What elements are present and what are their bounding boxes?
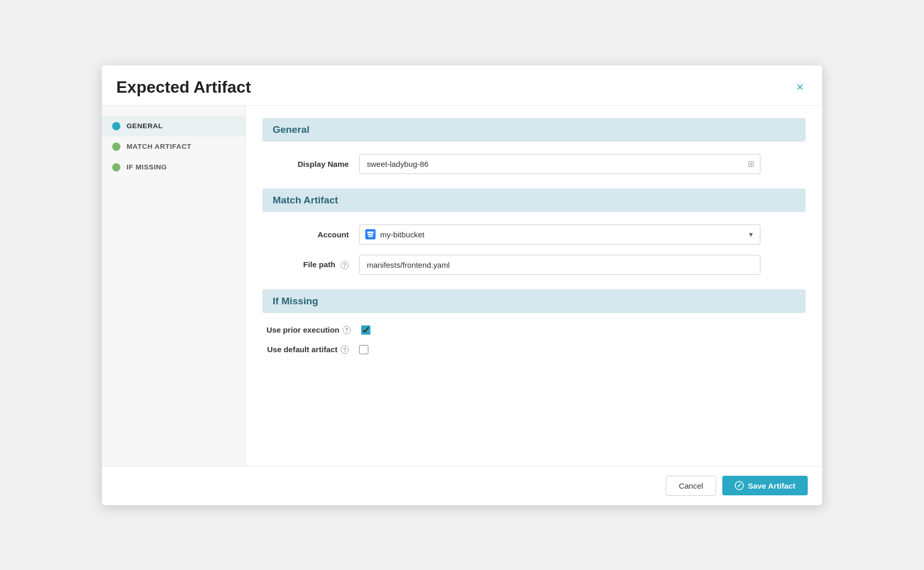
match-artifact-section-header: Match Artifact bbox=[262, 188, 806, 212]
general-section: General Display Name ⊞ bbox=[262, 118, 806, 174]
bitbucket-icon bbox=[365, 229, 376, 239]
if-missing-section-title: If Missing bbox=[273, 296, 318, 306]
match-artifact-section-title: Match Artifact bbox=[273, 195, 338, 205]
if-missing-section-header: If Missing bbox=[262, 289, 806, 313]
file-path-group: File path ? bbox=[262, 255, 806, 275]
sidebar-item-if-missing[interactable]: IF MISSING bbox=[102, 157, 245, 178]
display-name-input[interactable] bbox=[359, 154, 760, 174]
use-default-artifact-group: Use default artifact ? bbox=[262, 345, 806, 354]
general-dot bbox=[112, 122, 120, 130]
account-label: Account bbox=[266, 230, 349, 239]
modal-title: Expected Artifact bbox=[116, 78, 251, 97]
use-default-artifact-help-icon[interactable]: ? bbox=[341, 346, 349, 354]
save-check-icon: ✓ bbox=[735, 481, 744, 490]
file-path-label: File path ? bbox=[266, 260, 349, 269]
use-prior-execution-group: Use prior execution ? bbox=[262, 325, 806, 335]
save-artifact-button[interactable]: ✓ Save Artifact bbox=[722, 476, 808, 495]
display-name-icon: ⊞ bbox=[748, 159, 754, 169]
general-section-title: General bbox=[273, 124, 309, 135]
if-missing-dot bbox=[112, 163, 120, 171]
use-prior-execution-label: Use prior execution ? bbox=[266, 325, 351, 334]
sidebar: GENERAL MATCH ARTIFACT IF MISSING bbox=[102, 106, 246, 466]
account-group: Account my-bitbucket ▼ bbox=[262, 224, 806, 245]
if-missing-section: If Missing Use prior execution ? Use def… bbox=[262, 289, 806, 354]
modal-body: GENERAL MATCH ARTIFACT IF MISSING Genera… bbox=[102, 106, 822, 466]
match-artifact-dot bbox=[112, 143, 120, 151]
sidebar-item-general[interactable]: GENERAL bbox=[102, 116, 245, 136]
file-path-input[interactable] bbox=[359, 255, 760, 275]
display-name-group: Display Name ⊞ bbox=[262, 154, 806, 174]
close-button[interactable]: × bbox=[792, 79, 808, 95]
general-section-header: General bbox=[262, 118, 806, 142]
display-name-input-wrapper: ⊞ bbox=[359, 154, 760, 174]
account-select[interactable]: my-bitbucket bbox=[359, 224, 760, 245]
use-prior-execution-checkbox[interactable] bbox=[361, 325, 370, 335]
sidebar-label-general: GENERAL bbox=[127, 122, 163, 130]
use-prior-execution-help-icon[interactable]: ? bbox=[343, 326, 351, 334]
display-name-label: Display Name bbox=[266, 160, 349, 168]
use-default-artifact-label: Use default artifact ? bbox=[266, 345, 349, 354]
match-artifact-section: Match Artifact Account my- bbox=[262, 188, 806, 275]
sidebar-item-match-artifact[interactable]: MATCH ARTIFACT bbox=[102, 136, 245, 157]
expected-artifact-modal: Expected Artifact × GENERAL MATCH ARTIFA… bbox=[102, 65, 822, 505]
cancel-button[interactable]: Cancel bbox=[666, 476, 716, 496]
main-content: General Display Name ⊞ Match Artifact Ac… bbox=[246, 106, 822, 466]
modal-footer: Cancel ✓ Save Artifact bbox=[102, 466, 822, 505]
sidebar-label-if-missing: IF MISSING bbox=[127, 163, 167, 171]
account-select-wrapper: my-bitbucket ▼ bbox=[359, 224, 760, 245]
use-default-artifact-checkbox[interactable] bbox=[359, 345, 368, 354]
sidebar-label-match-artifact: MATCH ARTIFACT bbox=[127, 143, 191, 150]
modal-header: Expected Artifact × bbox=[102, 65, 822, 106]
file-path-help-icon[interactable]: ? bbox=[341, 261, 349, 269]
